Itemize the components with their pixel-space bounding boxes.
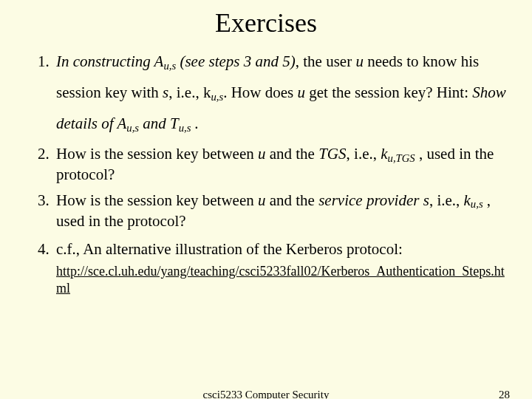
text: TGS xyxy=(318,145,346,163)
exercise-item-2: How is the session key between u and the… xyxy=(53,143,510,185)
exercise-list: In constructing Au,s (see steps 3 and 5)… xyxy=(22,46,510,298)
text: and the xyxy=(265,191,318,209)
subscript: u,TGS xyxy=(388,152,415,164)
text: u xyxy=(258,191,266,209)
subscript: u,s xyxy=(163,60,176,72)
reference-link[interactable]: http://sce.cl.uh.edu/yang/teaching/csci5… xyxy=(56,263,510,298)
text: k xyxy=(464,191,471,209)
text: get the session key? Hint: xyxy=(305,83,472,101)
text: , i.e., xyxy=(347,145,381,163)
text: u xyxy=(297,83,305,101)
exercise-item-3: How is the session key between u and the… xyxy=(53,190,510,232)
text: , i.e., xyxy=(429,191,464,209)
text: . xyxy=(191,115,199,132)
subscript: u,s xyxy=(471,198,483,210)
exercise-item-1: In constructing Au,s (see steps 3 and 5)… xyxy=(53,46,510,139)
footer-page-number: 28 xyxy=(499,389,510,399)
text: How is the session key between xyxy=(56,191,258,209)
slide-title: Exercises xyxy=(22,7,510,38)
text: How is the session key between xyxy=(56,145,258,163)
text: , the user xyxy=(296,52,356,70)
text: c.f., An alternative illustration of the… xyxy=(56,240,403,258)
text: . How does xyxy=(223,83,297,101)
text: k xyxy=(381,145,387,163)
subscript: u,s xyxy=(179,122,191,134)
text: (see steps 3 and 5) xyxy=(176,52,296,70)
text: service provider s xyxy=(318,191,429,209)
text: u xyxy=(258,145,266,163)
text: and T xyxy=(139,115,179,132)
text: u xyxy=(355,52,364,70)
subscript: u,s xyxy=(211,91,223,103)
text: , i.e., k xyxy=(168,83,211,101)
subscript: u,s xyxy=(126,122,139,134)
text: and the xyxy=(265,145,318,163)
exercise-item-4: c.f., An alternative illustration of the… xyxy=(53,239,510,297)
text: In constructing A xyxy=(56,52,163,70)
footer-course: csci5233 Computer Security xyxy=(0,389,532,399)
